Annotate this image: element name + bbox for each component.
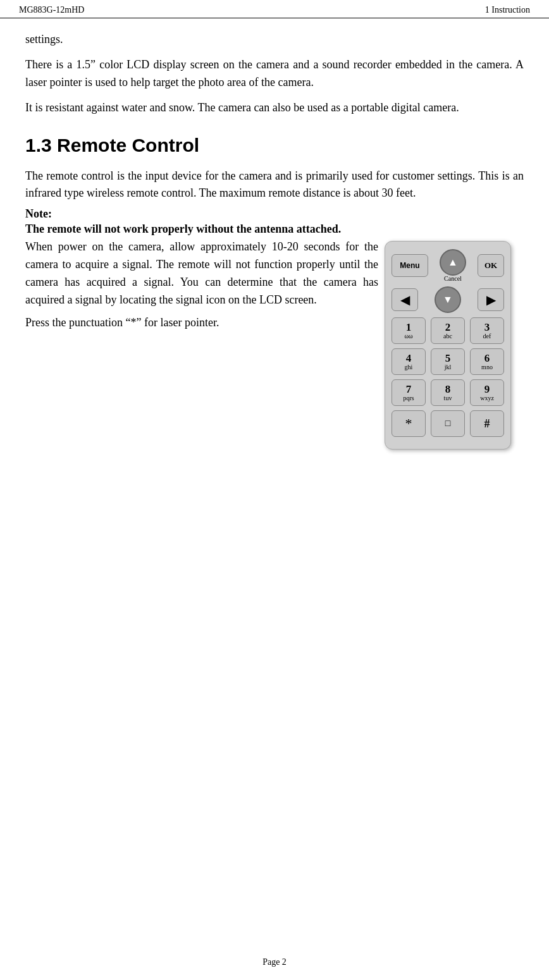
page-footer: Page 2 <box>0 957 549 967</box>
btn9-main: 9 <box>484 384 490 395</box>
right-button[interactable]: ▶ <box>478 288 504 311</box>
btn5-main: 5 <box>445 353 451 364</box>
intro-para2: It is resistant against water and snow. … <box>25 99 524 117</box>
btn8-main: 8 <box>445 384 451 395</box>
note-label: Note: <box>25 207 524 221</box>
remote-control-image: Menu ▲ Cancel OK ◀ <box>385 241 524 450</box>
button-6[interactable]: 6 mno <box>470 348 504 375</box>
intro-para1: There is a 1.5” color LCD display screen… <box>25 56 524 92</box>
section-heading-remote: 1.3 Remote Control <box>25 135 524 156</box>
button-8[interactable]: 8 tuv <box>431 379 465 406</box>
up-cancel-group: ▲ Cancel <box>440 249 466 282</box>
header-chapter: 1 Instruction <box>485 5 530 15</box>
btn7-main: 7 <box>406 384 412 395</box>
header-model: MG883G-12mHD <box>19 5 84 15</box>
btn6-main: 6 <box>484 353 490 364</box>
button-1[interactable]: 1 ωω <box>392 317 426 344</box>
remote-num-row-3: 7 pqrs 8 tuv 9 wxyz <box>392 379 504 406</box>
remote-row-2: ◀ ▼ ▶ <box>392 286 504 313</box>
btn3-sub: def <box>483 333 491 340</box>
button-9[interactable]: 9 wxyz <box>470 379 504 406</box>
btn4-main: 4 <box>406 353 412 364</box>
btn9-sub: wxyz <box>480 395 494 401</box>
remote-num-row-1: 1 ωω 2 abc 3 def <box>392 317 504 344</box>
note-bold-text: The remote will not work properly withou… <box>25 221 524 238</box>
left-button[interactable]: ◀ <box>392 288 418 311</box>
remote-para2: When power on the camera, allow approxim… <box>25 238 378 309</box>
menu-label: Menu <box>400 261 419 270</box>
up-arrow-icon: ▲ <box>448 257 458 268</box>
remote-row-1: Menu ▲ Cancel OK <box>392 249 504 282</box>
star-label: * <box>405 415 412 432</box>
remote-bottom-row: * □ # <box>392 410 504 437</box>
btn7-sub: pqrs <box>403 395 414 401</box>
btn5-sub: jkl <box>445 364 452 371</box>
left-arrow-icon: ◀ <box>400 292 410 307</box>
page-number: Page 2 <box>262 957 287 967</box>
menu-button[interactable]: Menu <box>392 254 428 277</box>
ok-label: OK <box>484 260 497 271</box>
button-4[interactable]: 4 ghi <box>392 348 426 375</box>
down-button[interactable]: ▼ <box>435 286 461 313</box>
button-7[interactable]: 7 pqrs <box>392 379 426 406</box>
btn1-sub: ωω <box>404 333 412 340</box>
remote-num-row-2: 4 ghi 5 jkl 6 mno <box>392 348 504 375</box>
remote-text-column: When power on the camera, allow approxim… <box>25 238 378 331</box>
remote-para3: Press the punctuation “*” for laser poin… <box>25 314 378 332</box>
remote-para1: The remote control is the input device f… <box>25 168 524 203</box>
btn6-sub: mno <box>481 364 493 371</box>
hash-button[interactable]: # <box>470 410 504 437</box>
btn2-main: 2 <box>445 322 451 333</box>
btn8-sub: tuv <box>444 395 452 401</box>
btn3-main: 3 <box>484 322 490 333</box>
square-label: □ <box>445 419 450 429</box>
content-with-remote: When power on the camera, allow approxim… <box>25 238 524 450</box>
btn4-sub: ghi <box>405 364 413 371</box>
cancel-label: Cancel <box>444 276 462 282</box>
remote-control: Menu ▲ Cancel OK ◀ <box>385 241 511 450</box>
down-arrow-icon: ▼ <box>443 294 453 305</box>
square-button[interactable]: □ <box>431 410 465 437</box>
right-arrow-icon: ▶ <box>486 292 496 307</box>
button-2[interactable]: 2 abc <box>431 317 465 344</box>
button-3[interactable]: 3 def <box>470 317 504 344</box>
hash-label: # <box>484 417 490 431</box>
star-button[interactable]: * <box>392 410 426 437</box>
btn1-main: 1 <box>406 322 412 333</box>
btn2-sub: abc <box>443 333 452 340</box>
ok-button[interactable]: OK <box>478 254 504 277</box>
intro-settings: settings. <box>25 31 524 49</box>
main-content: settings. There is a 1.5” color LCD disp… <box>0 18 549 475</box>
page-header: MG883G-12mHD 1 Instruction <box>0 0 549 18</box>
up-button[interactable]: ▲ <box>440 249 466 276</box>
button-5[interactable]: 5 jkl <box>431 348 465 375</box>
